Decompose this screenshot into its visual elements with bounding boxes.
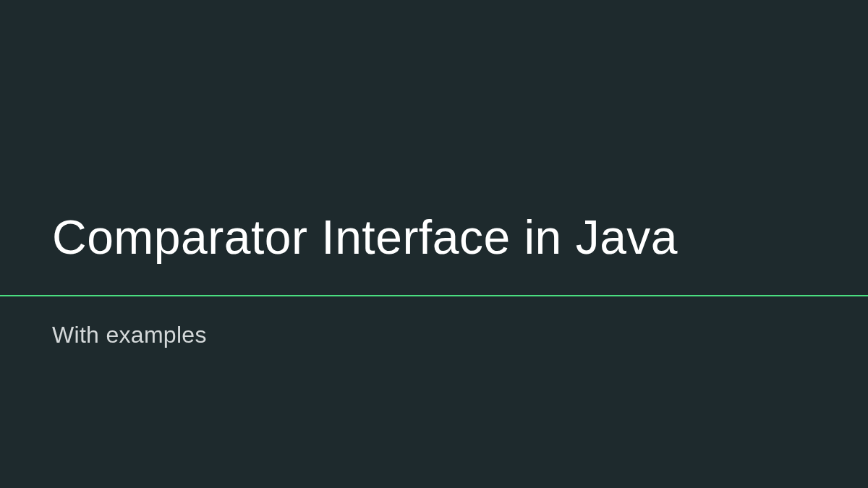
- slide-subtitle: With examples: [52, 322, 207, 348]
- slide-container: Comparator Interface in Java With exampl…: [0, 0, 868, 488]
- title-divider: [0, 295, 868, 296]
- slide-title: Comparator Interface in Java: [52, 210, 678, 265]
